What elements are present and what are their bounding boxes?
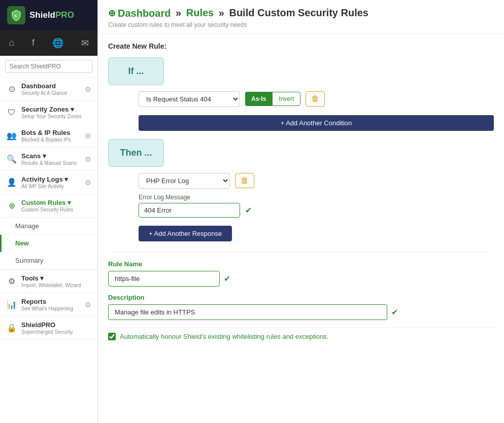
sidebar-item-security-zones[interactable]: 🛡 Security Zones ▾ Setup Your Security Z…: [0, 101, 97, 124]
main-header: ⊕ Dashboard » Rules » Build Custom Secur…: [98, 0, 504, 34]
sidebar: S ShieldPRO ⌂ f 🌐 ✉ ⊙ Dashboard Security…: [0, 0, 98, 423]
reports-title: Reports: [21, 298, 85, 305]
rule-name-input[interactable]: [108, 271, 220, 287]
invert-button[interactable]: Invert: [272, 92, 300, 106]
breadcrumb-dashboard[interactable]: Dashboard: [118, 8, 171, 19]
security-zones-title: Security Zones ▾: [21, 105, 91, 113]
sidebar-item-dashboard[interactable]: ⊙ Dashboard Security At A Glance ⚙: [0, 78, 97, 101]
then-block: Then ... PHP Error Log Block Request Red…: [108, 139, 494, 241]
scans-title: Scans ▾: [21, 152, 85, 160]
rule-details: Rule Name ✔ Description ✔ Automatically …: [108, 252, 494, 345]
email-icon[interactable]: ✉: [77, 36, 93, 51]
bots-title: Bots & IP Rules: [21, 129, 85, 136]
sidebar-item-bots-ip-rules[interactable]: 👥 Bots & IP Rules Blocked & Bypass IPs ⚙: [0, 124, 97, 148]
bots-icon: 👥: [6, 130, 17, 142]
search-container: [0, 56, 97, 78]
then-box: Then ...: [108, 139, 164, 167]
sidebar-item-reports[interactable]: 📊 Reports See What's Happening ⚙: [0, 293, 97, 316]
description-label: Description: [108, 294, 494, 301]
sidebar-item-custom-rules[interactable]: ⊕ Custom Rules ▾ Custom Security Rules: [0, 194, 97, 218]
scans-icon: 🔍: [6, 154, 17, 165]
tools-title: Tools ▾: [21, 274, 91, 282]
checkbox-row: Automatically honour Shield's existing w…: [108, 327, 494, 345]
subnav-manage[interactable]: Manage: [0, 218, 97, 235]
bots-subtitle: Blocked & Bypass IPs: [21, 137, 85, 143]
condition-select[interactable]: Is Request Status 404 Is Request Status …: [139, 91, 240, 107]
custom-rules-icon: ⊕: [6, 200, 17, 211]
sidebar-icon-bar: ⌂ f 🌐 ✉: [0, 30, 97, 56]
breadcrumb-current: Build Custom Security Rules: [229, 7, 368, 18]
checkbox-label: Automatically honour Shield's existing w…: [120, 333, 328, 340]
if-block: If ... Is Request Status 404 Is Request …: [108, 57, 494, 131]
sidebar-item-tools[interactable]: ⚙ Tools ▾ Import, Whitelabel, Wizard: [0, 270, 97, 293]
description-input[interactable]: [108, 304, 387, 320]
logo-icon: S: [7, 6, 25, 24]
home-icon[interactable]: ⌂: [5, 36, 18, 51]
dashboard-subtitle: Security At A Glance: [21, 90, 85, 96]
shieldpro-title: ShieldPRO: [21, 321, 91, 329]
bots-gear-icon[interactable]: ⚙: [85, 132, 91, 140]
create-rule-label: Create New Rule:: [108, 42, 494, 50]
rule-name-check-icon: ✔: [224, 274, 230, 284]
add-condition-button[interactable]: + Add Another Condition: [139, 115, 494, 131]
response-row: PHP Error Log Block Request Redirect Sen…: [139, 173, 494, 189]
rule-builder: Create New Rule: If ... Is Request Statu…: [98, 34, 504, 424]
as-is-invert-group: As-Is Invert: [245, 92, 300, 106]
delete-condition-button[interactable]: 🗑: [306, 91, 325, 107]
custom-rules-title: Custom Rules ▾: [21, 199, 91, 206]
security-zones-subtitle: Setup Your Security Zones: [21, 114, 91, 119]
as-is-button[interactable]: As-Is: [245, 92, 272, 106]
scans-subtitle: Results & Manual Scans: [21, 160, 85, 166]
activity-title: Activity Logs ▾: [21, 175, 85, 183]
reports-subtitle: See What's Happening: [21, 306, 85, 311]
add-response-button[interactable]: + Add Another Response: [139, 226, 232, 241]
dashboard-title: Dashboard: [21, 82, 85, 90]
svg-text:S: S: [14, 14, 17, 18]
sidebar-item-shieldpro[interactable]: 🔒 ShieldPRO Supercharged Security: [0, 316, 97, 340]
error-log-input-row: ✔: [139, 203, 494, 218]
if-box: If ...: [108, 57, 164, 85]
activity-icon: 👤: [6, 177, 17, 188]
error-log-check-icon: ✔: [245, 205, 252, 215]
nav: ⊙ Dashboard Security At A Glance ⚙ 🛡 Sec…: [0, 78, 97, 423]
custom-rules-subnav: Manage New Summary: [0, 218, 97, 270]
search-input[interactable]: [5, 60, 92, 73]
condition-row: Is Request Status 404 Is Request Status …: [139, 91, 494, 107]
logo: S ShieldPRO: [0, 0, 97, 30]
description-row: ✔: [108, 304, 494, 320]
dashboard-gear-icon[interactable]: ⚙: [85, 85, 91, 93]
whitelist-checkbox[interactable]: [108, 333, 116, 340]
shieldpro-icon: 🔒: [6, 323, 17, 334]
rule-name-label: Rule Name: [108, 260, 494, 268]
sidebar-item-activity-logs[interactable]: 👤 Activity Logs ▾ All WP Site Activity ⚙: [0, 171, 97, 194]
tools-icon: ⚙: [6, 276, 17, 287]
subnav-new[interactable]: New: [0, 235, 97, 252]
error-log-input[interactable]: [139, 203, 240, 218]
security-zones-icon: 🛡: [6, 107, 17, 118]
rule-name-row: ✔: [108, 271, 494, 287]
globe-icon[interactable]: 🌐: [48, 36, 68, 51]
breadcrumb-rules[interactable]: Rules: [186, 7, 214, 18]
sidebar-item-scans[interactable]: 🔍 Scans ▾ Results & Manual Scans ⚙: [0, 148, 97, 171]
dashboard-icon: ⊙: [6, 84, 17, 95]
reports-gear-icon[interactable]: ⚙: [85, 301, 91, 309]
error-log-label: Error Log Message: [139, 194, 494, 201]
description-check-icon: ✔: [391, 307, 398, 317]
response-select[interactable]: PHP Error Log Block Request Redirect Sen…: [139, 173, 230, 189]
logo-text: ShieldPRO: [29, 10, 74, 20]
page-subtitle: Create custom rules to meet all your sec…: [108, 21, 494, 28]
main-content-area: ⊕ Dashboard » Rules » Build Custom Secur…: [98, 0, 504, 423]
tools-subtitle: Import, Whitelabel, Wizard: [21, 283, 91, 288]
activity-gear-icon[interactable]: ⚙: [85, 179, 91, 187]
breadcrumb: ⊕ Dashboard » Rules » Build Custom Secur…: [108, 7, 494, 19]
delete-response-button[interactable]: 🗑: [235, 173, 254, 188]
scans-gear-icon[interactable]: ⚙: [85, 155, 91, 163]
custom-rules-subtitle: Custom Security Rules: [21, 207, 91, 213]
activity-subtitle: All WP Site Activity: [21, 184, 85, 189]
facebook-icon[interactable]: f: [28, 36, 39, 51]
reports-icon: 📊: [6, 299, 17, 310]
subnav-summary[interactable]: Summary: [0, 252, 97, 269]
shieldpro-subtitle: Supercharged Security: [21, 329, 91, 335]
